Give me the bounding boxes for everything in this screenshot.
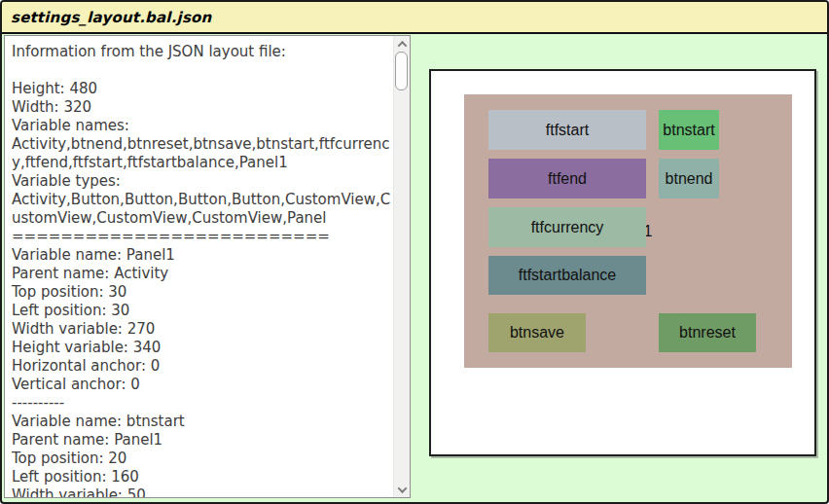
- text-line: Parent name: Panel1: [12, 431, 391, 450]
- chevron-down-icon: [398, 484, 408, 493]
- text-line: Vertical anchor: 0: [12, 376, 391, 394]
- layout-view-ftfend: ftfend: [488, 159, 646, 198]
- text-line: Variable names:: [12, 117, 391, 135]
- text-line: Width variable: 50: [12, 486, 391, 497]
- app-window: settings_layout.bal.json Information fro…: [0, 0, 829, 504]
- layout-view-ftfcurrency: ftfcurrency: [488, 207, 646, 247]
- layout-view-btnsave: btnsave: [488, 313, 586, 352]
- text-line: Width: 320: [12, 98, 391, 117]
- scroll-up-button[interactable]: [394, 36, 411, 52]
- info-text-lines: Information from the JSON layout file:He…: [5, 36, 393, 497]
- layout-view-ftfstart: ftfstart: [488, 110, 646, 150]
- text-line: Top position: 20: [12, 450, 391, 468]
- text-line: Activity,Button,Button,Button,Button,Cus…: [12, 191, 391, 228]
- text-line: Top position: 30: [12, 283, 391, 302]
- text-line: Parent name: Activity: [12, 265, 391, 283]
- scrollbar-thumb[interactable]: [395, 52, 408, 90]
- text-line: ----------: [12, 394, 391, 413]
- text-line: [12, 61, 391, 80]
- text-line: Variable name: Panel1: [12, 246, 391, 265]
- vertical-scrollbar[interactable]: [393, 36, 410, 497]
- layout-view-btnreset: btnreset: [659, 313, 756, 352]
- chevron-up-icon: [398, 40, 408, 50]
- text-line: Width variable: 270: [12, 320, 391, 339]
- text-line: Variable name: btnstart: [12, 413, 391, 431]
- layout-preview-canvas: Panel1 ftfstartbtnstartftfendbtnendftfcu…: [429, 69, 816, 456]
- text-line: Left position: 30: [12, 302, 391, 320]
- text-line: Height variable: 340: [12, 339, 391, 357]
- text-line: Left position: 160: [12, 468, 391, 486]
- layout-view-ftfstartbalance: ftfstartbalance: [488, 256, 646, 295]
- text-line: Variable types:: [12, 172, 391, 191]
- text-line: ==========================: [12, 228, 391, 246]
- layout-view-btnend: btnend: [659, 159, 719, 198]
- window-title: settings_layout.bal.json: [2, 9, 211, 26]
- layout-info-textbox[interactable]: Information from the JSON layout file:He…: [4, 35, 411, 498]
- layout-view-btnstart: btnstart: [659, 110, 719, 150]
- scroll-down-button[interactable]: [394, 482, 411, 497]
- text-line: Height: 480: [12, 80, 391, 98]
- layout-panel-panel1: Panel1 ftfstartbtnstartftfendbtnendftfcu…: [464, 94, 792, 368]
- text-line: Activity,btnend,btnreset,btnsave,btnstar…: [12, 135, 391, 172]
- text-line: Information from the JSON layout file:: [12, 43, 391, 61]
- title-bar: settings_layout.bal.json: [2, 2, 827, 34]
- text-line: Horizontal anchor: 0: [12, 357, 391, 376]
